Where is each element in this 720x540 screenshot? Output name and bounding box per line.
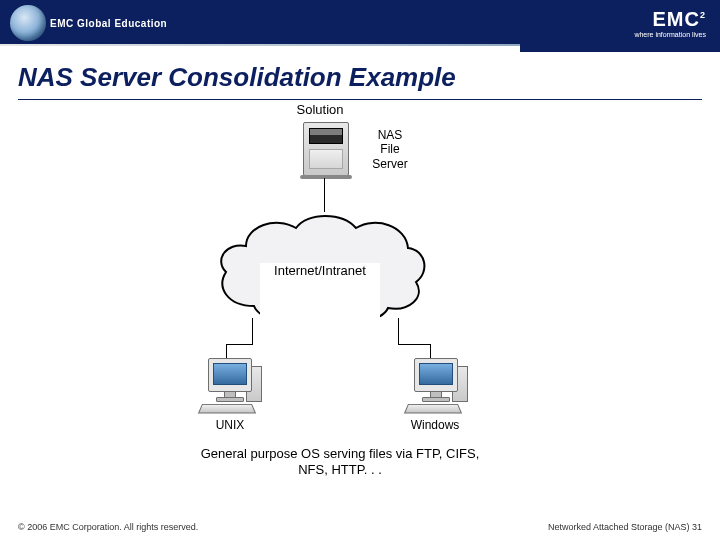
- connector-cloud-right-v: [398, 318, 399, 344]
- slide-header: EMC Global Education EMC2 where informat…: [0, 0, 720, 46]
- client-unix-label: UNIX: [200, 418, 260, 432]
- header-divider: [0, 44, 520, 46]
- connector-right-h: [398, 344, 431, 345]
- solution-label: Solution: [280, 102, 360, 118]
- footer-copyright: © 2006 EMC Corporation. All rights reser…: [18, 522, 198, 532]
- diagram-caption: General purpose OS serving files via FTP…: [190, 446, 490, 477]
- connector-cloud-left-v: [252, 318, 253, 344]
- nas-server-label: NAS File Server: [360, 128, 420, 171]
- server-icon: [303, 122, 349, 176]
- footer-page-ref: Networked Attached Storage (NAS) 31: [548, 522, 702, 532]
- brand-right: EMC2 where information lives: [634, 9, 720, 38]
- client-windows-label: Windows: [405, 418, 465, 432]
- cloud-label: Internet/Intranet: [260, 263, 380, 381]
- slide-footer: © 2006 EMC Corporation. All rights reser…: [0, 522, 720, 532]
- brand-left-text: EMC Global Education: [50, 18, 167, 29]
- diagram-area: Solution NAS File Server Internet/Intran…: [0, 100, 720, 500]
- slide-title: NAS Server Consolidation Example: [18, 62, 702, 93]
- brand-right-logo: EMC2: [653, 8, 706, 30]
- connector-right-drop: [430, 344, 431, 358]
- brand-right-sup: 2: [700, 10, 706, 20]
- client-unix-icon: [198, 358, 262, 414]
- globe-icon: [10, 5, 46, 41]
- brand-right-text: EMC: [653, 8, 700, 30]
- connector-left-h: [226, 344, 253, 345]
- client-windows-icon: [404, 358, 468, 414]
- title-block: NAS Server Consolidation Example: [0, 46, 720, 95]
- brand-right-tagline: where information lives: [634, 31, 706, 38]
- header-left: EMC Global Education: [0, 0, 167, 46]
- connector-server-to-cloud: [324, 178, 325, 212]
- connector-left-drop: [226, 344, 227, 358]
